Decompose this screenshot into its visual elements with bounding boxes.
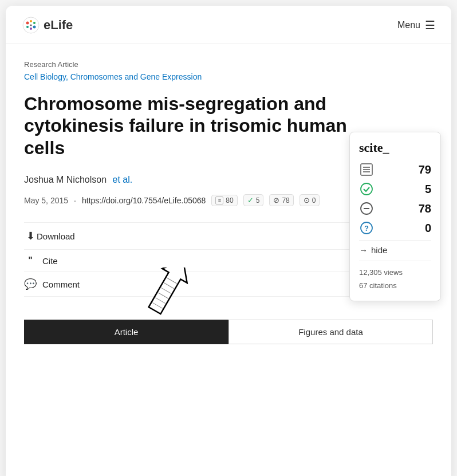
- tab-row: Article Figures and data: [6, 308, 451, 344]
- scite-badge-supporting: ✓ 5: [243, 194, 264, 206]
- scite-panel-check-icon: [359, 182, 374, 196]
- elife-logo-icon: [22, 16, 40, 34]
- scite-list-icon: ≡: [215, 196, 223, 204]
- pub-date: May 5, 2015: [24, 196, 68, 205]
- comment-label: Comment: [42, 280, 80, 289]
- site-header: eLife Menu ☰: [6, 6, 451, 44]
- scite-mentioning-num: 78: [282, 196, 289, 204]
- svg-point-6: [26, 26, 29, 28]
- comment-icon: 💬: [24, 278, 37, 290]
- svg-point-3: [33, 22, 36, 24]
- svg-point-7: [30, 25, 32, 26]
- scite-panel-mentioning-count: 78: [419, 202, 431, 215]
- scite-row-total: 79: [359, 162, 431, 177]
- scite-panel-question-icon: ?: [359, 221, 374, 235]
- svg-text:?: ?: [364, 224, 369, 233]
- scite-divider: [359, 240, 431, 241]
- logo-text: eLife: [44, 18, 73, 33]
- scite-stats: 12,305 views 67 citations: [359, 266, 431, 293]
- scite-check-icon: ✓: [247, 196, 254, 204]
- scite-total-num: 80: [226, 196, 233, 204]
- scite-zero-icon: ⊙: [304, 196, 310, 204]
- scite-panel-total-count: 79: [419, 163, 431, 176]
- scite-panel-supporting-count: 5: [425, 183, 431, 196]
- scite-arrow-icon: →: [359, 245, 368, 255]
- svg-point-2: [30, 20, 32, 22]
- quote-icon: ": [24, 255, 37, 266]
- svg-point-4: [33, 26, 36, 29]
- scite-minus-icon: ⊘: [273, 196, 279, 204]
- article-type: Research Article: [24, 60, 433, 69]
- doi-link[interactable]: https://doi.org/10.7554/eLife.05068: [82, 196, 206, 205]
- scite-panel-contrasting-count: 0: [425, 222, 431, 235]
- cite-label: Cite: [42, 256, 58, 266]
- scite-hide-button[interactable]: → hide: [359, 245, 431, 255]
- scite-panel-list-icon: [359, 162, 374, 177]
- scite-contrasting-num: 0: [312, 196, 316, 204]
- arrow-annotation: [117, 267, 192, 353]
- svg-marker-8: [142, 267, 192, 318]
- scite-divider-2: [359, 261, 431, 261]
- logo[interactable]: eLife: [22, 16, 73, 34]
- menu-label: Menu: [397, 20, 420, 30]
- scite-badge-contrasting: ⊙ 0: [300, 194, 320, 206]
- primary-author: Joshua M Nicholson: [24, 175, 107, 184]
- hamburger-icon: ☰: [425, 18, 435, 32]
- scite-hide-label: hide: [371, 245, 387, 255]
- et-al[interactable]: et al.: [113, 175, 133, 184]
- scite-citations: 67 citations: [359, 279, 431, 292]
- tab-figures[interactable]: Figures and data: [229, 320, 433, 344]
- scite-badge-mentioning: ⊘ 78: [269, 194, 293, 206]
- article-title: Chromosome mis-segregation and cytokines…: [24, 93, 356, 159]
- scite-badge-total: ≡ 80: [211, 195, 237, 206]
- article-categories[interactable]: Cell Biology, Chromosomes and Gene Expre…: [24, 72, 433, 81]
- scite-row-supporting: 5: [359, 182, 431, 196]
- scite-supporting-num: 5: [256, 196, 260, 204]
- svg-point-5: [30, 27, 32, 30]
- scite-panel-title: scite_: [359, 140, 431, 155]
- scite-panel-minus-icon: [359, 201, 374, 216]
- scite-panel: scite_ 79 5: [349, 132, 441, 301]
- svg-point-19: [361, 183, 372, 195]
- scite-row-contrasting: ? 0: [359, 221, 431, 235]
- svg-point-1: [26, 22, 29, 25]
- meta-separator: ·: [74, 196, 76, 205]
- scite-row-mentioning: 78: [359, 201, 431, 216]
- scite-views: 12,305 views: [359, 266, 431, 279]
- menu-button[interactable]: Menu ☰: [397, 18, 435, 32]
- download-icon: ⬇: [24, 230, 37, 242]
